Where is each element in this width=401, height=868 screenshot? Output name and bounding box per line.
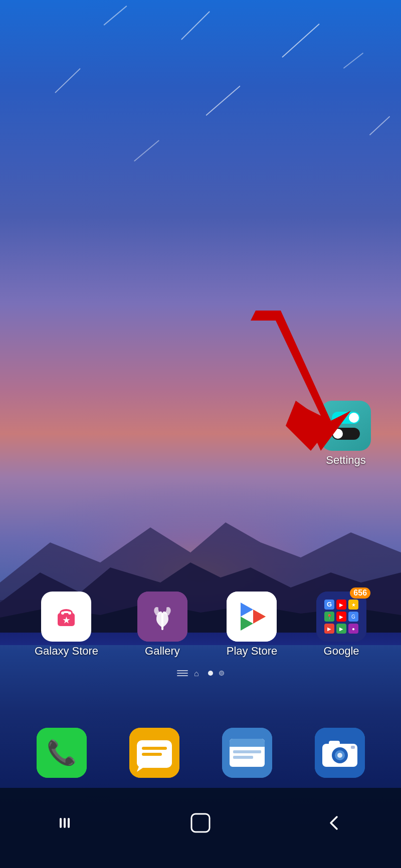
svg-rect-9 [227,592,277,642]
gallery-app[interactable]: Gallery [137,592,187,658]
red-arrow-annotation [241,311,351,453]
google-label: Google [324,645,359,658]
svg-rect-39 [142,753,162,756]
settings-label: Settings [326,454,366,467]
recents-icon [222,728,272,778]
page-indicators: ⌂ [0,670,401,677]
galaxy-store-icon: ★ [41,592,91,642]
google-badge: 656 [350,588,370,599]
svg-point-51 [337,753,342,758]
svg-text:●: ● [352,626,355,632]
svg-text:▶: ▶ [339,626,343,632]
svg-text:G: G [351,614,355,620]
svg-rect-46 [233,756,253,759]
screen-content: Settings ★ Galaxy Store [0,0,401,868]
svg-rect-54 [60,818,62,828]
camera-icon [315,728,365,778]
svg-point-6 [68,612,71,615]
play-store-icon [227,592,277,642]
svg-rect-52 [329,741,340,747]
messages-icon [129,728,179,778]
svg-point-5 [61,612,64,615]
svg-rect-45 [233,750,261,753]
play-store-app[interactable]: Play Store [227,592,278,658]
gallery-label: Gallery [145,645,180,658]
gallery-icon [137,592,187,642]
svg-rect-55 [64,818,66,828]
svg-text:★: ★ [63,616,70,625]
back-nav-button[interactable] [314,808,354,838]
svg-text:▶: ▶ [339,614,343,620]
play-store-label: Play Store [227,645,278,658]
page-indicator-house: ⌂ [194,670,202,677]
home-nav-button[interactable] [180,808,221,838]
galaxy-store-app[interactable]: ★ Galaxy Store [35,592,98,658]
svg-rect-57 [191,814,210,832]
svg-rect-38 [142,747,167,750]
messages-app[interactable] [129,728,179,778]
phone-app[interactable]: 📞 [37,728,87,778]
svg-text:▶: ▶ [339,602,343,608]
bottom-dock: 📞 [0,728,401,778]
svg-text:G: G [327,601,332,608]
google-folder-icon: 656 G ▶ ★ 📍 ▶ G [316,592,366,642]
svg-rect-56 [68,818,70,828]
page-indicator-inactive [219,671,224,676]
camera-app[interactable] [315,728,365,778]
svg-rect-44 [230,744,265,747]
recents-app[interactable] [222,728,272,778]
page-indicator-active [208,671,213,676]
page-indicator-lines [177,670,188,677]
svg-text:★: ★ [351,602,356,608]
svg-text:📞: 📞 [47,738,77,767]
navigation-bar [0,788,401,868]
svg-text:📍: 📍 [326,614,333,620]
galaxy-store-label: Galaxy Store [35,645,98,658]
recents-nav-button[interactable] [47,808,87,838]
svg-rect-53 [351,746,355,749]
phone-icon: 📞 [37,728,87,778]
google-folder-app[interactable]: 656 G ▶ ★ 📍 ▶ G [316,592,366,658]
svg-text:▶: ▶ [327,626,331,632]
app-dock: ★ Galaxy Store Gallery [0,592,401,658]
